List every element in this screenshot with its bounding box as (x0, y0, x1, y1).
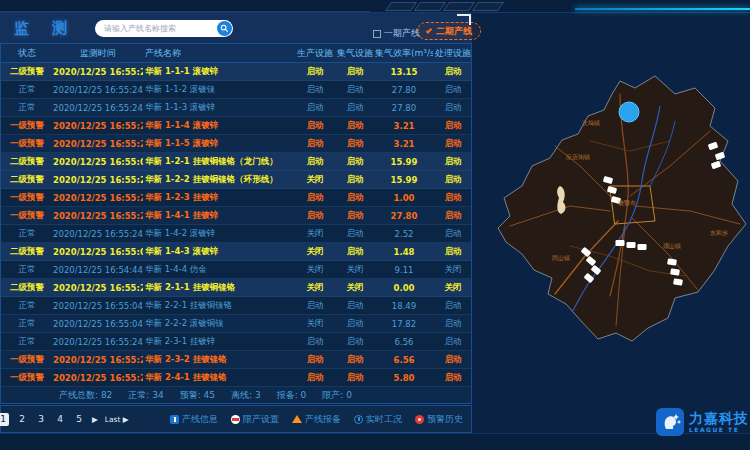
cell-gas: 关闭 (335, 264, 375, 276)
summary-限产: 限产: 0 (322, 389, 352, 402)
deco-tab (472, 2, 504, 11)
page-button-4[interactable]: 4 (54, 413, 66, 426)
cell-time: 2020/12/25 16:55:24 (53, 67, 143, 77)
cell-status: 二级预警 (1, 156, 53, 168)
cell-eff: 1.00 (375, 193, 433, 203)
cell-eff: 3.21 (375, 121, 433, 131)
cell-name: 华新 1-1-4 滚镀锌 (143, 120, 295, 132)
table-row[interactable]: 二级预警2020/12/25 16:55:24华新 1-1-1 滚镀锌启动启动1… (1, 63, 471, 81)
table-body: 二级预警2020/12/25 16:55:24华新 1-1-1 滚镀锌启动启动1… (1, 63, 471, 387)
table-row[interactable]: 正常2020/12/25 16:55:04华新 2-2-2 滚镀铜镍关闭启动17… (1, 315, 471, 333)
check-icon (426, 27, 432, 33)
table-row[interactable]: 一级预警2020/12/25 16:55:24华新 1-2-3 挂镀锌启动启动1… (1, 189, 471, 207)
cell-eff: 6.56 (375, 337, 433, 347)
table-row[interactable]: 正常2020/12/25 16:55:24华新 2-3-1 挂镀锌启动启动6.5… (1, 333, 471, 351)
toolbar-button-alarm-icon[interactable]: 预警历史 (415, 413, 463, 426)
cell-eff: 5.80 (375, 373, 433, 383)
map-label: 同山镇 (552, 254, 570, 261)
pagination: 12345▶Last ▶ (0, 413, 129, 426)
checkbox-icon (373, 30, 381, 38)
report-triangle-icon (292, 415, 302, 423)
map-label: 东和乡 (710, 229, 728, 236)
cell-prod: 启动 (295, 84, 335, 96)
site-marker[interactable] (627, 242, 636, 248)
region-map[interactable]: 次坞镇应店街镇诸暨市同山镇璜山镇东和乡 (470, 46, 750, 386)
table-row[interactable]: 正常2020/12/25 16:54:44华新 1-4-4 仿金关闭关闭9.11… (1, 261, 471, 279)
map-label: 诸暨市 (618, 199, 636, 207)
cell-gas: 启动 (335, 246, 375, 258)
toolbar-button-limit-icon[interactable]: 限产设置 (231, 413, 279, 426)
table-row[interactable]: 正常2020/12/25 16:55:24华新 1-1-3 滚镀锌启动启动27.… (1, 99, 471, 117)
table-row[interactable]: 一级预警2020/12/25 16:55:24华新 1-1-4 滚镀锌启动启动3… (1, 117, 471, 135)
table-row[interactable]: 二级预警2020/12/25 16:55:04华新 1-4-3 滚镀锌关闭启动1… (1, 243, 471, 261)
cell-name: 华新 1-4-1 挂镀锌 (143, 210, 295, 222)
toolbar-label: 产线报备 (305, 413, 341, 426)
table-row[interactable]: 正常2020/12/25 16:55:04华新 2-2-1 挂镀铜镍铬启动启动1… (1, 297, 471, 315)
column-header-time: 监测时间 (53, 47, 143, 60)
table-row[interactable]: 一级预警2020/12/25 16:55:24华新 2-3-2 挂镀镍铬启动启动… (1, 351, 471, 369)
site-marker[interactable] (616, 240, 625, 246)
table-row[interactable]: 一级预警2020/12/25 16:55:24华新 2-4-1 挂镀镍铬启动启动… (1, 369, 471, 387)
cell-status: 正常 (1, 264, 53, 276)
page-button-3[interactable]: 3 (35, 413, 47, 426)
column-header-treat: 处理设施 (433, 47, 473, 60)
cell-treat: 启动 (433, 246, 473, 258)
last-page-button[interactable]: Last ▶ (105, 415, 129, 424)
search-input[interactable] (95, 20, 213, 37)
monitoring-screen: 监 测 一期产线 二期产线 状态监测时间产线名称生产设施集气设施集气效率(m³/… (0, 0, 750, 450)
table-row[interactable]: 二级预警2020/12/25 16:55:24华新 1-2-2 挂镀铜镍铬（环形… (1, 171, 471, 189)
cell-treat: 启动 (433, 300, 473, 312)
cell-time: 2020/12/25 16:55:04 (53, 301, 143, 311)
cell-eff: 27.80 (375, 85, 433, 95)
site-marker[interactable] (638, 244, 647, 250)
cell-prod: 关闭 (295, 228, 335, 240)
cell-status: 一级预警 (1, 192, 53, 204)
toolbar-button-realtime-icon[interactable]: 实时工况 (354, 413, 402, 426)
page-button-1[interactable]: 1 (0, 413, 9, 426)
cell-name: 华新 2-2-1 挂镀铜镍铬 (143, 300, 295, 312)
cell-gas: 启动 (335, 336, 375, 348)
cell-time: 2020/12/25 16:55:24 (53, 337, 143, 347)
cell-status: 正常 (1, 102, 53, 114)
table-row[interactable]: 一级预警2020/12/25 16:55:24华新 1-4-1 挂镀锌启动启动2… (1, 207, 471, 225)
cell-treat: 启动 (433, 156, 473, 168)
cell-eff: 13.15 (375, 67, 433, 77)
footer-band (0, 433, 750, 450)
table-row[interactable]: 一级预警2020/12/25 16:55:24华新 1-1-5 滚镀锌启动启动3… (1, 135, 471, 153)
phase2-button[interactable]: 二期产线 (417, 22, 481, 40)
table-row[interactable]: 正常2020/12/25 16:55:24华新 1-4-2 滚镀锌关闭启动2.5… (1, 225, 471, 243)
cell-prod: 关闭 (295, 246, 335, 258)
cell-status: 一级预警 (1, 354, 53, 366)
phase1-checkbox[interactable]: 一期产线 (373, 27, 420, 40)
table-row[interactable]: 二级预警2020/12/25 16:55:24华新 2-1-1 挂镀铜镍铬关闭关… (1, 279, 471, 297)
cell-time: 2020/12/25 16:55:04 (53, 247, 143, 257)
page-button-2[interactable]: 2 (16, 413, 28, 426)
cell-eff: 0.00 (375, 283, 433, 293)
cell-treat: 关闭 (433, 264, 473, 276)
search-button[interactable] (217, 21, 232, 36)
next-page-button[interactable]: ▶ (92, 415, 98, 424)
cell-eff: 2.52 (375, 229, 433, 239)
cell-name: 华新 2-2-2 滚镀铜镍 (143, 318, 295, 330)
cell-treat: 启动 (433, 372, 473, 384)
table-row[interactable]: 正常2020/12/25 16:55:24华新 1-1-2 滚镀镍启动启动27.… (1, 81, 471, 99)
toolbar-button-report-triangle-icon[interactable]: 产线报备 (292, 413, 341, 426)
cell-status: 一级预警 (1, 138, 53, 150)
toolbar-label: 限产设置 (243, 413, 279, 426)
table-row[interactable]: 二级预警2020/12/25 16:55:04华新 1-2-1 挂镀铜镍铬（龙门… (1, 153, 471, 171)
page-title: 监 测 (14, 19, 76, 38)
logo-text-cn: 力嘉科技 (689, 411, 749, 425)
toolbar-button-info-icon[interactable]: 产线信息 (170, 413, 218, 426)
cell-prod: 启动 (295, 372, 335, 384)
cell-treat: 启动 (433, 66, 473, 78)
cell-status: 正常 (1, 336, 53, 348)
page-button-5[interactable]: 5 (73, 413, 85, 426)
summary-预警: 预警: 45 (180, 389, 215, 402)
cell-gas: 启动 (335, 102, 375, 114)
phase1-label: 一期产线 (384, 27, 420, 40)
cell-prod: 启动 (295, 66, 335, 78)
cell-gas: 启动 (335, 210, 375, 222)
map-label: 应店街镇 (566, 153, 590, 161)
column-header-gas: 集气设施 (335, 47, 375, 60)
beacon-marker[interactable] (619, 102, 639, 122)
